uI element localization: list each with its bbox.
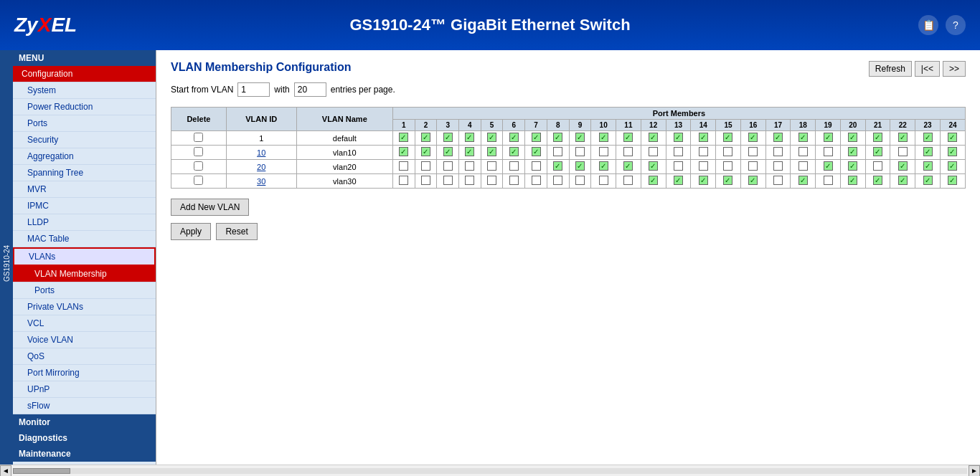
port-checkbox-vlan20-port5[interactable] bbox=[487, 161, 496, 171]
sidebar-item-port-mirroring[interactable]: Port Mirroring bbox=[13, 365, 156, 381]
port-checkbox-vlan10-port19[interactable] bbox=[824, 147, 833, 156]
port-checkbox-vlan20-port17[interactable] bbox=[773, 161, 783, 171]
port-checkbox-vlan10-port2[interactable] bbox=[421, 147, 430, 156]
port-checkbox-vlan1-port8[interactable] bbox=[553, 133, 562, 142]
port-checkbox-vlan30-port14[interactable] bbox=[699, 176, 708, 185]
port-checkbox-vlan1-port5[interactable] bbox=[487, 133, 496, 142]
port-checkbox-vlan1-port16[interactable] bbox=[748, 133, 758, 142]
port-checkbox-vlan1-port22[interactable] bbox=[898, 133, 908, 142]
port-checkbox-vlan1-port21[interactable] bbox=[873, 133, 882, 142]
port-checkbox-vlan10-port18[interactable] bbox=[798, 147, 808, 156]
port-checkbox-vlan20-port19[interactable] bbox=[824, 161, 833, 171]
sidebar-item-vlan-membership[interactable]: VLAN Membership bbox=[13, 266, 156, 282]
port-checkbox-vlan1-port11[interactable] bbox=[623, 133, 633, 142]
delete-checkbox-1[interactable] bbox=[194, 133, 203, 142]
port-checkbox-vlan10-port22[interactable] bbox=[898, 147, 908, 156]
sidebar-item-system[interactable]: System bbox=[13, 82, 156, 99]
port-checkbox-vlan20-port12[interactable] bbox=[649, 161, 658, 171]
port-checkbox-vlan20-port21[interactable] bbox=[873, 161, 882, 171]
port-checkbox-vlan1-port14[interactable] bbox=[699, 133, 708, 142]
port-checkbox-vlan10-port20[interactable] bbox=[848, 147, 857, 156]
port-checkbox-vlan20-port1[interactable] bbox=[399, 161, 408, 171]
port-checkbox-vlan20-port16[interactable] bbox=[748, 161, 758, 171]
delete-checkbox-10[interactable] bbox=[194, 147, 203, 156]
sidebar-item-spanning-tree[interactable]: Spanning Tree bbox=[13, 165, 156, 181]
sidebar-item-mac-table[interactable]: MAC Table bbox=[13, 231, 156, 247]
port-checkbox-vlan10-port14[interactable] bbox=[699, 147, 708, 156]
apply-button[interactable]: Apply bbox=[171, 223, 211, 240]
port-checkbox-vlan10-port17[interactable] bbox=[773, 147, 783, 156]
vlan-id-link-20[interactable]: 20 bbox=[257, 163, 265, 171]
port-checkbox-vlan10-port4[interactable] bbox=[465, 147, 474, 156]
port-checkbox-vlan30-port6[interactable] bbox=[509, 176, 519, 185]
scrollbar-track[interactable] bbox=[13, 468, 967, 474]
scrollbar-thumb[interactable] bbox=[13, 468, 70, 474]
port-checkbox-vlan10-port11[interactable] bbox=[623, 147, 633, 156]
sidebar-maintenance[interactable]: Maintenance bbox=[13, 446, 156, 462]
port-checkbox-vlan30-port16[interactable] bbox=[748, 176, 758, 185]
port-checkbox-vlan10-port23[interactable] bbox=[923, 147, 933, 156]
port-checkbox-vlan20-port10[interactable] bbox=[599, 161, 608, 171]
sidebar-item-qos[interactable]: QoS bbox=[13, 348, 156, 365]
scroll-left-btn[interactable]: ◄ bbox=[0, 465, 11, 477]
sidebar-item-ports[interactable]: Ports bbox=[13, 115, 156, 132]
sidebar-item-vlan-ports[interactable]: Ports bbox=[13, 282, 156, 299]
port-checkbox-vlan30-port7[interactable] bbox=[532, 176, 541, 185]
port-checkbox-vlan20-port7[interactable] bbox=[532, 161, 541, 171]
port-checkbox-vlan1-port15[interactable] bbox=[723, 133, 732, 142]
port-checkbox-vlan30-port24[interactable] bbox=[948, 176, 957, 185]
sidebar-item-sflow[interactable]: sFlow bbox=[13, 398, 156, 414]
port-checkbox-vlan1-port20[interactable] bbox=[848, 133, 857, 142]
port-checkbox-vlan1-port4[interactable] bbox=[465, 133, 474, 142]
refresh-button[interactable]: Refresh bbox=[869, 61, 912, 77]
delete-checkbox-20[interactable] bbox=[194, 161, 203, 171]
port-checkbox-vlan30-port8[interactable] bbox=[553, 176, 562, 185]
sidebar-item-power-reduction[interactable]: Power Reduction bbox=[13, 99, 156, 115]
port-checkbox-vlan20-port8[interactable] bbox=[553, 161, 562, 171]
port-checkbox-vlan30-port21[interactable] bbox=[873, 176, 882, 185]
port-checkbox-vlan20-port24[interactable] bbox=[948, 161, 957, 171]
sidebar-item-aggregation[interactable]: Aggregation bbox=[13, 148, 156, 165]
port-checkbox-vlan1-port17[interactable] bbox=[773, 133, 783, 142]
port-checkbox-vlan20-port13[interactable] bbox=[674, 161, 683, 171]
port-checkbox-vlan1-port1[interactable] bbox=[399, 133, 408, 142]
reset-button[interactable]: Reset bbox=[216, 223, 257, 240]
port-checkbox-vlan30-port9[interactable] bbox=[575, 176, 585, 185]
port-checkbox-vlan20-port20[interactable] bbox=[848, 161, 857, 171]
port-checkbox-vlan20-port3[interactable] bbox=[443, 161, 453, 171]
port-checkbox-vlan10-port7[interactable] bbox=[532, 147, 541, 156]
port-checkbox-vlan30-port17[interactable] bbox=[773, 176, 783, 185]
port-checkbox-vlan10-port10[interactable] bbox=[599, 147, 608, 156]
port-checkbox-vlan20-port4[interactable] bbox=[465, 161, 474, 171]
port-checkbox-vlan10-port16[interactable] bbox=[748, 147, 758, 156]
sidebar-item-private-vlans[interactable]: Private VLANs bbox=[13, 299, 156, 315]
port-checkbox-vlan20-port15[interactable] bbox=[723, 161, 732, 171]
port-checkbox-vlan30-port3[interactable] bbox=[443, 176, 453, 185]
port-checkbox-vlan20-port18[interactable] bbox=[798, 161, 808, 171]
port-checkbox-vlan1-port24[interactable] bbox=[948, 133, 957, 142]
port-checkbox-vlan20-port23[interactable] bbox=[923, 161, 933, 171]
port-checkbox-vlan10-port24[interactable] bbox=[948, 147, 957, 156]
port-checkbox-vlan1-port12[interactable] bbox=[649, 133, 658, 142]
sidebar-diagnostics[interactable]: Diagnostics bbox=[13, 430, 156, 446]
port-checkbox-vlan10-port6[interactable] bbox=[509, 147, 519, 156]
port-checkbox-vlan30-port13[interactable] bbox=[674, 176, 683, 185]
port-checkbox-vlan30-port22[interactable] bbox=[898, 176, 908, 185]
port-checkbox-vlan10-port21[interactable] bbox=[873, 147, 882, 156]
port-checkbox-vlan10-port1[interactable] bbox=[399, 147, 408, 156]
port-checkbox-vlan30-port11[interactable] bbox=[623, 176, 633, 185]
port-checkbox-vlan30-port4[interactable] bbox=[465, 176, 474, 185]
port-checkbox-vlan10-port12[interactable] bbox=[649, 147, 658, 156]
port-checkbox-vlan10-port9[interactable] bbox=[575, 147, 585, 156]
port-checkbox-vlan1-port10[interactable] bbox=[599, 133, 608, 142]
port-checkbox-vlan1-port2[interactable] bbox=[421, 133, 430, 142]
sidebar-item-voice-vlan[interactable]: Voice VLAN bbox=[13, 332, 156, 348]
port-checkbox-vlan30-port10[interactable] bbox=[599, 176, 608, 185]
sidebar-item-upnp[interactable]: UPnP bbox=[13, 381, 156, 398]
port-checkbox-vlan10-port5[interactable] bbox=[487, 147, 496, 156]
port-checkbox-vlan20-port2[interactable] bbox=[421, 161, 430, 171]
port-checkbox-vlan1-port3[interactable] bbox=[443, 133, 453, 142]
sidebar-item-mvr[interactable]: MVR bbox=[13, 181, 156, 198]
port-checkbox-vlan20-port9[interactable] bbox=[575, 161, 585, 171]
port-checkbox-vlan10-port13[interactable] bbox=[674, 147, 683, 156]
